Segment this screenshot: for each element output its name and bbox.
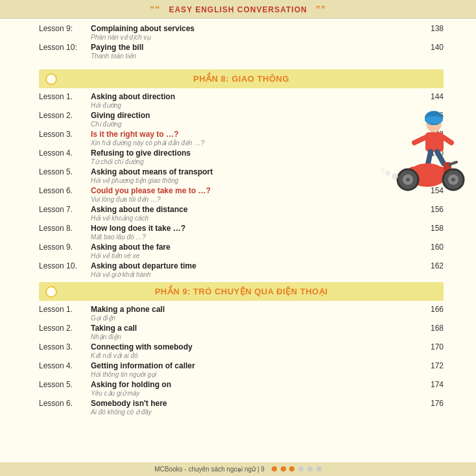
lesson-subtitle: Gọi điện	[39, 315, 444, 322]
lesson-label: Lesson 10:	[39, 43, 91, 52]
svg-line-4	[414, 137, 425, 143]
lesson-label: Lesson 7.	[39, 205, 91, 214]
lesson-title: Asking about the fare	[91, 243, 421, 252]
svg-point-20	[381, 168, 385, 172]
lesson-label: Lesson 9:	[39, 24, 91, 33]
lesson-subtitle: Hỏi về giờ khởi hành	[39, 271, 444, 278]
lesson-label: Lesson 2.	[39, 111, 91, 120]
lesson-subtitle: Nhận điện	[39, 333, 444, 340]
svg-point-19	[385, 171, 390, 176]
lesson-group: Lesson 9:Complaining about services138Ph…	[39, 24, 444, 41]
lesson-label: Lesson 4.	[39, 149, 91, 158]
lesson-subtitle: Yêu cầu giữ máy	[39, 390, 444, 397]
right-quote: ””	[316, 4, 326, 14]
lesson-row: Lesson 7.Asking about the distance156	[39, 205, 444, 214]
lesson-group: Lesson 2.Taking a call168Nhận điện	[39, 324, 444, 340]
lesson-title: Getting information of caller	[91, 361, 421, 370]
lesson-subtitle: Kết nối với ai đó	[39, 352, 444, 359]
lesson-title: Somebody isn't here	[91, 399, 421, 408]
svg-rect-3	[425, 132, 444, 152]
section9-header: PHẦN 9: TRÒ CHUYỆN QUA ĐIỆN THOẠI	[39, 282, 444, 301]
svg-line-7	[437, 152, 444, 163]
lesson-title: Asking for holding on	[91, 380, 421, 389]
section8-lessons: Lesson 1.Asking about direction144Hỏi đư…	[39, 92, 444, 278]
top-lessons: Lesson 9:Complaining about services138Ph…	[39, 21, 444, 65]
lesson-label: Lesson 5.	[39, 167, 91, 176]
lesson-page: 176	[421, 399, 444, 408]
lesson-label: Lesson 10.	[39, 261, 91, 270]
lesson-page: 170	[421, 342, 444, 351]
footer-text: MCBooks - chuyên sách ngoại ngữ | 9	[154, 466, 265, 473]
lesson-subtitle: Thanh toán tiền	[39, 53, 444, 60]
section8-circle	[45, 73, 57, 85]
dot-2	[281, 466, 286, 471]
lesson-title: Connecting with somebody	[91, 342, 421, 351]
dot-1	[272, 466, 277, 471]
lesson-group: Lesson 9.Asking about the fare160Hỏi về …	[39, 243, 444, 259]
dot-5	[307, 466, 313, 471]
lesson-title: Making a phone call	[91, 305, 421, 314]
lesson-subtitle: Ai đó không có ở đây	[39, 409, 444, 416]
lesson-page: 144	[421, 92, 444, 101]
lesson-title: Asking about departure time	[91, 261, 421, 270]
lesson-page: 156	[421, 205, 444, 214]
section8-header: PHẦN 8: GIAO THÔNG	[39, 69, 444, 88]
page: ““ EASY ENGLISH CONVERSATION ”” Lesson 9…	[0, 0, 476, 476]
section8-title: PHẦN 8: GIAO THÔNG	[193, 74, 289, 84]
lesson-subtitle: Hỏi về tiền vé xe	[39, 252, 444, 259]
lesson-title: Asking about the distance	[91, 205, 421, 214]
lesson-page: 162	[421, 261, 444, 270]
svg-point-18	[392, 173, 398, 180]
lesson-label: Lesson 6.	[39, 399, 91, 408]
lesson-row: Lesson 2.Taking a call168	[39, 324, 444, 333]
lesson-page: 138	[421, 24, 444, 33]
lesson-row: Lesson 9:Complaining about services138	[39, 24, 444, 33]
lesson-group: Lesson 6.Somebody isn't here176Ai đó khô…	[39, 399, 444, 416]
lesson-group: Lesson 7.Asking about the distance156Hỏi…	[39, 205, 444, 222]
dot-4	[298, 466, 303, 471]
lesson-title: Asking about means of transport	[91, 167, 421, 176]
lesson-row: Lesson 1.Asking about direction144	[39, 92, 444, 101]
lesson-group: Lesson 10.Asking about departure time162…	[39, 261, 444, 278]
lesson-title: Refusing to give directions	[91, 149, 421, 158]
dot-3	[289, 466, 294, 471]
lesson-label: Lesson 1.	[39, 92, 91, 101]
svg-point-17	[406, 178, 410, 182]
lesson-row: Lesson 10.Asking about departure time162	[39, 261, 444, 270]
lesson-page: 166	[421, 305, 444, 314]
lesson-label: Lesson 4.	[39, 361, 91, 370]
lesson-label: Lesson 9.	[39, 243, 91, 252]
lesson-label: Lesson 3.	[39, 342, 91, 351]
lesson-page: 168	[421, 324, 444, 333]
header-title: EASY ENGLISH CONVERSATION	[169, 5, 307, 14]
lesson-group: Lesson 8.How long does it take …?158Mất …	[39, 224, 444, 241]
lesson-row: Lesson 10:Paying the bill140	[39, 43, 444, 52]
lesson-page: 172	[421, 361, 444, 370]
footer-dots	[270, 466, 322, 473]
lesson-group: Lesson 1.Making a phone call166Gọi điện	[39, 305, 444, 322]
lesson-subtitle: Vui lòng đưa tôi đến …?	[39, 196, 444, 203]
lesson-row: Lesson 1.Making a phone call166	[39, 305, 444, 314]
lesson-row: Lesson 8.How long does it take …?158	[39, 224, 444, 233]
svg-point-14	[451, 178, 455, 182]
lesson-label: Lesson 1.	[39, 305, 91, 314]
svg-point-2	[425, 116, 443, 124]
lesson-label: Lesson 8.	[39, 224, 91, 233]
lesson-row: Lesson 4.Getting information of caller17…	[39, 361, 444, 370]
lesson-group: Lesson 5.Asking for holding on174Yêu cầu…	[39, 380, 444, 397]
lesson-label: Lesson 2.	[39, 324, 91, 333]
lesson-group: Lesson 10:Paying the bill140Thanh toán t…	[39, 43, 444, 60]
lesson-title: Is it the right way to …?	[91, 130, 421, 139]
lesson-row: Lesson 6.Somebody isn't here176	[39, 399, 444, 408]
lesson-title: Taking a call	[91, 324, 421, 333]
section9-title: PHẦN 9: TRÒ CHUYỆN QUA ĐIỆN THOẠI	[155, 287, 328, 296]
content-area: Lesson 9:Complaining about services138Ph…	[0, 19, 476, 420]
lesson-title: How long does it take …?	[91, 224, 421, 233]
scooter-illustration	[379, 105, 470, 196]
section9-circle	[45, 286, 57, 298]
lesson-label: Lesson 6.	[39, 186, 91, 195]
lesson-page: 174	[421, 380, 444, 389]
dot-6	[316, 466, 322, 471]
lesson-row: Lesson 9.Asking about the fare160	[39, 243, 444, 252]
svg-line-5	[444, 137, 451, 143]
